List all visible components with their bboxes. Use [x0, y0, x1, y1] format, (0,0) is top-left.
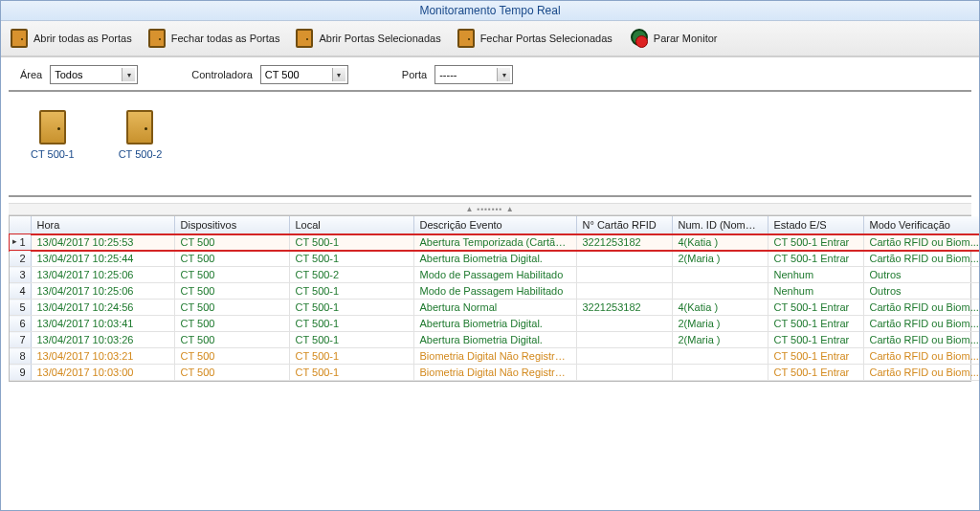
table-row[interactable]: 713/04/2017 10:03:26CT 500CT 500-1Abertu… — [10, 332, 980, 348]
cell: 13/04/2017 10:03:41 — [31, 316, 174, 332]
table-row[interactable]: 613/04/2017 10:03:41CT 500CT 500-1Abertu… — [10, 316, 980, 332]
table-row[interactable]: 313/04/2017 10:25:06CT 500CT 500-2Modo d… — [10, 267, 980, 283]
stop-monitor-icon — [629, 29, 648, 48]
cell: CT 500 — [174, 348, 289, 365]
door-close-icon — [457, 29, 475, 48]
device-pane: CT 500-1 CT 500-2 — [9, 92, 971, 197]
cell: CT 500-1 — [289, 365, 413, 381]
cell: 13/04/2017 10:25:44 — [31, 251, 174, 267]
cell: CT 500-1 Entrar — [768, 251, 863, 267]
cell: CT 500-1 Entrar — [768, 234, 863, 251]
column-header[interactable]: Num. ID (Nome Sobre... — [672, 216, 768, 234]
column-header[interactable]: N° Cartão RFID — [576, 216, 672, 234]
toolbar-label: Abrir Portas Selecionadas — [319, 33, 440, 44]
cell: CT 500 — [174, 316, 289, 332]
cell: Abertura Biometria Digital. — [413, 316, 576, 332]
device-item[interactable]: CT 500-2 — [112, 105, 169, 176]
stop-monitor-button[interactable]: Parar Monitor — [625, 25, 726, 52]
cell: Abertura Normal — [413, 300, 576, 316]
cell: CT 500 — [174, 234, 289, 251]
chevron-down-icon: ▾ — [497, 68, 510, 81]
cell — [672, 348, 768, 365]
table-row[interactable]: 913/04/2017 10:03:00CT 500CT 500-1Biomet… — [10, 365, 980, 381]
cell: Abertura Temporizada (Cartão RFID) — [413, 234, 576, 251]
cell: 13/04/2017 10:25:06 — [31, 283, 174, 300]
chevron-down-icon: ▾ — [122, 68, 135, 81]
cell — [576, 316, 672, 332]
area-combo[interactable]: Todos ▾ — [50, 65, 138, 84]
cell: CT 500-2 — [289, 267, 413, 283]
splitter-handle[interactable]: ▲ ▪▪▪▪▪▪▪ ▲ — [9, 203, 971, 215]
header-row: HoraDispositivosLocalDescrição EventoN° … — [10, 216, 980, 234]
cell: CT 500-1 — [289, 348, 413, 365]
door-open-icon — [296, 29, 313, 48]
toolbar-label: Parar Monitor — [654, 33, 718, 44]
porta-combo[interactable]: ----- ▾ — [434, 65, 513, 84]
cell: CT 500-1 Entrar — [768, 316, 863, 332]
open-all-doors-button[interactable]: Abrir todas as Portas — [7, 25, 141, 52]
cell: CT 500-1 — [289, 316, 413, 332]
porta-label: Porta — [402, 69, 427, 80]
row-index: 3 — [10, 267, 31, 283]
cell: CT 500-1 Entrar — [768, 332, 863, 348]
column-header[interactable]: Hora — [31, 216, 174, 234]
cell: 3221253182 — [576, 234, 672, 251]
toolbar: Abrir todas as Portas Fechar todas as Po… — [1, 21, 979, 57]
device-label: CT 500-2 — [119, 148, 163, 160]
close-all-doors-button[interactable]: Fechar todas as Portas — [145, 25, 289, 52]
cell: CT 500-1 — [289, 300, 413, 316]
cell — [672, 365, 768, 381]
cell: Biometria Digital Não Registrada — [413, 365, 576, 381]
door-open-icon — [11, 29, 28, 48]
column-header[interactable]: Estado E/S — [768, 216, 863, 234]
row-index: 9 — [10, 365, 31, 381]
cell: Cartão RFID ou Biom... — [863, 332, 980, 348]
toolbar-label: Fechar Portas Selecionadas — [480, 33, 612, 44]
cell: Cartão RFID ou Biom... — [863, 251, 980, 267]
column-header[interactable]: Dispositivos — [174, 216, 289, 234]
cell: 4(Katia ) — [672, 300, 768, 316]
filter-bar: Área Todos ▾ Controladora CT 500 ▾ Porta… — [9, 57, 971, 92]
cell — [576, 332, 672, 348]
cell: Modo de Passagem Habilitado — [413, 267, 576, 283]
column-header[interactable] — [10, 216, 31, 234]
table-row[interactable]: 113/04/2017 10:25:53CT 500CT 500-1Abertu… — [10, 234, 980, 251]
cell: 13/04/2017 10:25:53 — [31, 234, 174, 251]
cell: 4(Katia ) — [672, 234, 768, 251]
area-label: Área — [20, 69, 42, 80]
cell: Modo de Passagem Habilitado — [413, 283, 576, 300]
table-row[interactable]: 813/04/2017 10:03:21CT 500CT 500-1Biomet… — [10, 348, 980, 365]
column-header[interactable]: Modo Verificação — [863, 216, 980, 234]
table-row[interactable]: 213/04/2017 10:25:44CT 500CT 500-1Abertu… — [10, 251, 980, 267]
door-close-icon — [148, 29, 166, 48]
combo-value: ----- — [439, 69, 457, 80]
row-index: 6 — [10, 316, 31, 332]
cell: Cartão RFID ou Biom... — [863, 348, 980, 365]
cell: Nenhum — [768, 267, 863, 283]
cell: 13/04/2017 10:03:21 — [31, 348, 174, 365]
row-index: 1 — [10, 234, 31, 251]
table-row[interactable]: 513/04/2017 10:24:56CT 500CT 500-1Abertu… — [10, 300, 980, 316]
cell: 2(Maria ) — [672, 316, 768, 332]
row-index: 4 — [10, 283, 31, 300]
cell — [576, 283, 672, 300]
cell: CT 500-1 Entrar — [768, 348, 863, 365]
open-selected-doors-button[interactable]: Abrir Portas Selecionadas — [292, 25, 449, 52]
cell: CT 500-1 Entrar — [768, 365, 863, 381]
row-index: 2 — [10, 251, 31, 267]
close-selected-doors-button[interactable]: Fechar Portas Selecionadas — [454, 25, 621, 52]
cell: CT 500-1 — [289, 332, 413, 348]
column-header[interactable]: Local — [289, 216, 413, 234]
cell — [576, 365, 672, 381]
grid-body: 113/04/2017 10:25:53CT 500CT 500-1Abertu… — [10, 234, 980, 381]
table-row[interactable]: 413/04/2017 10:25:06CT 500CT 500-1Modo d… — [10, 283, 980, 300]
device-item[interactable]: CT 500-1 — [24, 105, 81, 176]
cell: Cartão RFID ou Biom... — [863, 300, 980, 316]
cell: 13/04/2017 10:03:00 — [31, 365, 174, 381]
cell: Abertura Biometria Digital. — [413, 251, 576, 267]
column-header[interactable]: Descrição Evento — [413, 216, 576, 234]
controladora-combo[interactable]: CT 500 ▾ — [260, 65, 348, 84]
cell: CT 500-1 — [289, 283, 413, 300]
cell: CT 500-1 — [289, 251, 413, 267]
cell — [672, 267, 768, 283]
